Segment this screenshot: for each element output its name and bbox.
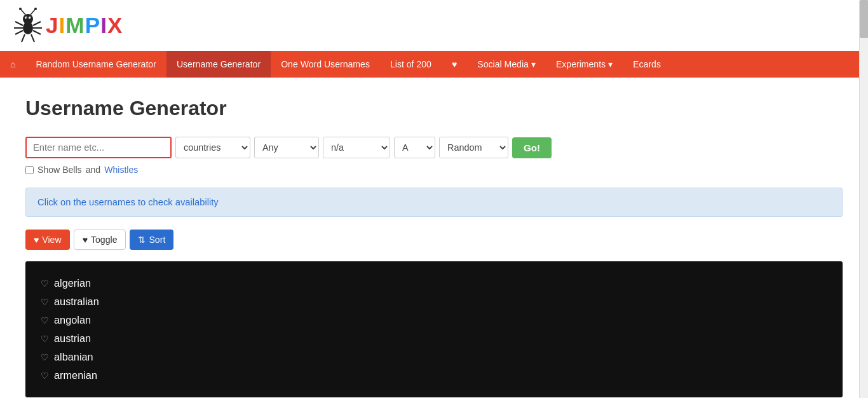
chevron-down-icon: ▾ [531, 59, 536, 69]
nav-home[interactable]: ⌂ [0, 51, 26, 78]
style-select[interactable]: Random Prefix Suffix [439, 137, 508, 158]
sort-label: Sort [149, 235, 165, 245]
page-title: Username Generator [25, 97, 843, 120]
form-row: countries names animals adjectives color… [25, 137, 843, 158]
svg-line-13 [33, 22, 41, 25]
name-input[interactable] [25, 137, 172, 158]
toggle-label: Toggle [91, 235, 118, 245]
nav-item-experiments[interactable]: Experiments▾ [546, 51, 623, 78]
heart-outline-icon: ♡ [41, 315, 49, 326]
heart-outline-icon: ♡ [41, 278, 49, 289]
nav-item-ecards[interactable]: Ecards [623, 51, 671, 78]
scrollbar[interactable] [859, 0, 868, 398]
sort-button[interactable]: ⇅ Sort [130, 230, 173, 250]
svg-point-7 [19, 8, 22, 10]
a-select[interactable]: A B C [394, 137, 435, 158]
nav-item-one-word[interactable]: One Word Usernames [271, 51, 380, 78]
logo-letter-i2: I [100, 13, 107, 38]
list-item[interactable]: ♡australian [41, 292, 827, 311]
list-item[interactable]: ♡angolan [41, 311, 827, 329]
info-text: Click on the usernames to check availabi… [37, 197, 219, 207]
nav-item-social-media[interactable]: Social Media▾ [467, 51, 546, 78]
checkbox-row: Show Bells and Whistles [25, 165, 843, 175]
svg-line-10 [15, 22, 23, 25]
chevron-down-icon-2: ▾ [608, 59, 613, 69]
action-row: ♥ View ♥ Toggle ⇅ Sort [25, 230, 843, 250]
logo-letter-i: I [59, 13, 66, 38]
heart-outline-icon: ♡ [41, 371, 49, 381]
nav-item-heart[interactable]: ♥ [442, 51, 467, 78]
whistles-label: Whistles [104, 165, 138, 175]
and-label: and [86, 165, 101, 175]
heart-icon-2: ♥ [83, 235, 88, 245]
logo-letter-j: J [46, 13, 59, 38]
logo-letter-x: X [107, 13, 123, 38]
logo-letter-p: P [85, 13, 100, 38]
list-item[interactable]: ♡armenian [41, 366, 827, 385]
scrollbar-thumb[interactable] [860, 0, 868, 38]
logo-figure [13, 6, 43, 45]
heart-outline-icon: ♡ [41, 352, 49, 362]
list-item[interactable]: ♡algerian [41, 274, 827, 292]
svg-line-17 [31, 34, 34, 42]
nav-item-random-username[interactable]: Random Username Generator [26, 51, 166, 78]
main-content: Username Generator countries names anima… [0, 78, 868, 398]
nav: ⌂ Random Username Generator Username Gen… [0, 51, 868, 78]
svg-point-1 [23, 14, 33, 24]
nav-item-list-200[interactable]: List of 200 [380, 51, 442, 78]
show-bells-label: Show Bells [37, 165, 82, 175]
list-item[interactable]: ♡austrian [41, 329, 827, 348]
na-select[interactable]: n/a short medium long [323, 137, 390, 158]
svg-line-12 [15, 31, 23, 34]
logo-bar: JIMPIX [0, 0, 868, 51]
heart-icon: ♥ [34, 235, 39, 245]
results-list: ♡algerian ♡australian ♡angolan ♡austrian… [41, 274, 827, 385]
toggle-button[interactable]: ♥ Toggle [74, 230, 126, 250]
any-select[interactable]: Any Male Female [254, 137, 319, 158]
category-select[interactable]: countries names animals adjectives color… [175, 137, 250, 158]
results-panel: ♡algerian ♡australian ♡angolan ♡austrian… [25, 261, 843, 397]
svg-point-5 [30, 18, 31, 19]
heart-outline-icon: ♡ [41, 334, 49, 344]
sort-icon: ⇅ [138, 235, 146, 245]
logo-letter-m: M [65, 13, 85, 38]
nav-item-username-generator[interactable]: Username Generator [166, 51, 271, 78]
bells-whistles-checkbox[interactable] [25, 166, 34, 174]
svg-point-4 [26, 18, 27, 19]
svg-line-16 [22, 34, 25, 42]
go-button[interactable]: Go! [512, 137, 552, 158]
heart-outline-icon: ♡ [41, 297, 49, 307]
list-item[interactable]: ♡albanian [41, 348, 827, 366]
svg-line-15 [33, 31, 41, 34]
view-label: View [42, 235, 61, 245]
view-button[interactable]: ♥ View [25, 230, 70, 250]
logo[interactable]: JIMPIX [13, 6, 123, 45]
svg-point-9 [34, 8, 37, 10]
info-bar: Click on the usernames to check availabi… [25, 188, 843, 217]
